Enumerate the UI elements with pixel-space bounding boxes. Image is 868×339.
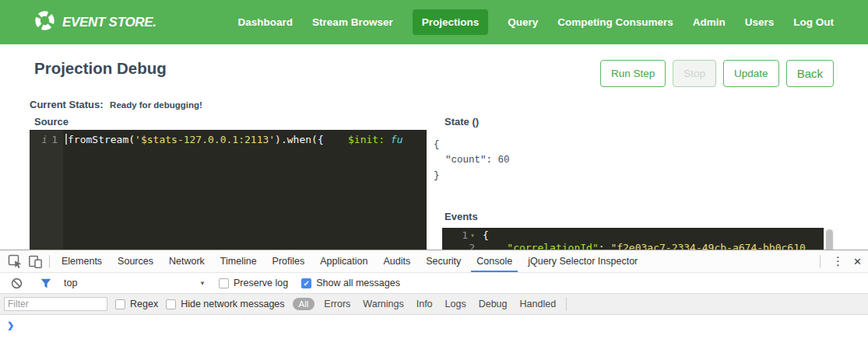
run-step-button[interactable]: Run Step [600, 60, 666, 87]
code-token: fu [391, 134, 403, 145]
inspect-element-icon[interactable] [5, 251, 25, 271]
code-token: "f2e03ac7-2334-49cb-a674-bb0c610 [610, 242, 805, 250]
code-token: '$stats-127.0.0.1:2113' [135, 134, 275, 145]
main-content: Projection Debug Run Step Stop Update Ba… [0, 44, 868, 250]
tab-security[interactable]: Security [420, 250, 466, 272]
events-tokens: "correlationId": "f2e03ac7-2334-49cb-a67… [483, 242, 806, 250]
level-warnings[interactable]: Warnings [363, 299, 403, 309]
code-token: : [599, 242, 611, 250]
regex-checkbox[interactable]: Regex [115, 299, 158, 309]
nav-stream-browser[interactable]: Stream Browser [312, 16, 393, 28]
execution-context-select[interactable]: top ▼ [64, 278, 206, 288]
level-debug[interactable]: Debug [479, 299, 508, 309]
scrollbar-thumb[interactable] [826, 229, 833, 250]
back-button[interactable]: Back [786, 60, 834, 87]
update-button[interactable]: Update [723, 60, 779, 87]
page-title: Projection Debug [34, 59, 167, 78]
checkbox-checked[interactable]: ✓ [301, 278, 311, 288]
devtools-tabs: ElementsSourcesNetworkTimelineProfilesAp… [54, 250, 645, 272]
devtools-tab-bar: ElementsSourcesNetworkTimelineProfilesAp… [0, 250, 868, 273]
checkbox-unchecked[interactable] [166, 299, 176, 309]
show-all-messages-label: Show all messages [316, 278, 400, 288]
events-code-editor[interactable]: 1 ▾ { 2 "correlationId": "f2e03ac7-2334-… [442, 228, 824, 250]
level-errors[interactable]: Errors [324, 299, 350, 309]
nav-admin[interactable]: Admin [693, 16, 726, 28]
line-number: 1 [462, 229, 468, 242]
nav-items: DashboardStream BrowserProjectionsQueryC… [238, 9, 834, 35]
events-panel-label: Events [445, 211, 478, 222]
nav-query[interactable]: Query [508, 16, 538, 28]
preserve-log-label: Preserve log [234, 278, 288, 288]
state-panel-label: State () [445, 116, 479, 128]
level-logs[interactable]: Logs [445, 299, 466, 309]
tab-profiles[interactable]: Profiles [267, 250, 311, 272]
app-root: EVENT STORE. DashboardStream BrowserProj… [0, 0, 868, 339]
level-handled[interactable]: Handled [520, 299, 557, 309]
events-line-text: "correlationId": "f2e03ac7-2334-49cb-a67… [483, 242, 806, 250]
tab-sources[interactable]: Sources [112, 250, 159, 272]
console-filter-levels: AllErrorsWarningsInfoLogsDebugHandled [285, 298, 563, 310]
hide-network-messages-checkbox[interactable]: Hide network messages [166, 299, 284, 309]
console-prompt[interactable]: ❯ [0, 315, 868, 339]
code-token [324, 134, 348, 145]
nav-users[interactable]: Users [745, 16, 775, 28]
preserve-log-checkbox[interactable]: Preserve log [219, 278, 288, 288]
clear-console-icon[interactable] [6, 273, 26, 293]
navbar: EVENT STORE. DashboardStream BrowserProj… [0, 0, 868, 44]
line-number: 2 [469, 242, 475, 250]
annotation-info-icon: i [41, 134, 47, 145]
state-json: { "count": 60 } [434, 137, 510, 183]
hide-network-messages-label: Hide network messages [181, 299, 284, 309]
event-store-brand[interactable]: EVENT STORE. [34, 10, 156, 34]
tab-timeline[interactable]: Timeline [215, 250, 262, 272]
text-cursor [65, 134, 67, 145]
filter-funnel-icon[interactable] [36, 273, 56, 293]
events-gutter: 1 ▾ [442, 229, 478, 242]
source-tokens: fromStream('$stats-127.0.0.1:2113').when… [68, 134, 403, 145]
device-toolbar-icon[interactable] [25, 251, 45, 271]
devtools-menu-icon[interactable]: ⋮ [824, 254, 852, 268]
event-store-logo-icon [34, 10, 55, 34]
source-editor-gutter: i1 [30, 130, 63, 250]
checkbox-unchecked[interactable] [115, 299, 125, 309]
current-status: Current Status: Ready for debugging! [30, 97, 202, 111]
code-token: fromStream( [68, 134, 135, 145]
context-selected-value: top [64, 278, 77, 288]
checkbox-unchecked[interactable] [219, 278, 229, 288]
show-all-messages-checkbox[interactable]: ✓ Show all messages [301, 278, 400, 288]
stop-button: Stop [673, 60, 716, 87]
nav-dashboard[interactable]: Dashboard [238, 16, 293, 28]
code-token [385, 134, 391, 145]
code-token: "correlationId" [507, 242, 598, 250]
prompt-chevron-icon: ❯ [7, 320, 14, 330]
code-token: ).when({ [275, 134, 324, 145]
tab-jquery-selector-inspector[interactable]: jQuery Selector Inspector [522, 250, 643, 272]
source-code-editor[interactable]: i1 fromStream('$stats-127.0.0.1:2113').w… [30, 130, 427, 250]
events-line-text: { [483, 229, 489, 242]
tab-elements[interactable]: Elements [56, 250, 107, 272]
tab-console[interactable]: Console [471, 250, 518, 272]
nav-competing-consumers[interactable]: Competing Consumers [557, 16, 673, 28]
fold-arrow-icon[interactable]: ▾ [470, 229, 475, 242]
source-code-line: fromStream('$stats-127.0.0.1:2113').when… [63, 130, 427, 250]
devtools-panel: ElementsSourcesNetworkTimelineProfilesAp… [0, 250, 868, 339]
events-scrollbar[interactable] [824, 228, 835, 250]
level-all[interactable]: All [293, 298, 315, 310]
filter-input[interactable] [4, 297, 107, 311]
code-token: $init: [348, 134, 385, 145]
nav-log-out[interactable]: Log Out [793, 16, 834, 28]
events-line: 1 ▾ { [442, 229, 824, 242]
tab-audits[interactable]: Audits [378, 250, 416, 272]
check-icon: ✓ [302, 279, 311, 288]
chevron-down-icon: ▼ [199, 280, 206, 287]
separator [566, 298, 567, 311]
line-number: 1 [51, 134, 58, 145]
level-info[interactable]: Info [416, 299, 433, 309]
devtools-close-icon[interactable]: ✕ [852, 256, 866, 267]
tab-application[interactable]: Application [315, 250, 373, 272]
status-value: Ready for debugging! [110, 100, 202, 110]
tab-network[interactable]: Network [163, 250, 210, 272]
nav-projections[interactable]: Projections [413, 9, 489, 35]
source-panel-label: Source [34, 116, 69, 128]
regex-label: Regex [130, 299, 158, 309]
